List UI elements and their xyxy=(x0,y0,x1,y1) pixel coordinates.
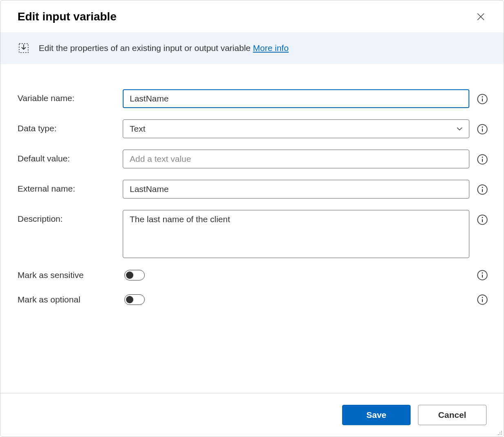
info-icon[interactable] xyxy=(477,154,488,165)
row-description: Description: xyxy=(18,210,488,258)
svg-point-26 xyxy=(500,433,500,433)
row-variable-name: Variable name: xyxy=(18,89,488,108)
info-icon[interactable] xyxy=(477,294,488,305)
svg-point-25 xyxy=(501,431,502,432)
row-external-name: External name: xyxy=(18,180,488,199)
form-area: Variable name: Data type: Text xyxy=(0,64,504,335)
info-icon[interactable] xyxy=(477,214,488,225)
toggle-mark-optional[interactable] xyxy=(124,294,145,305)
import-icon xyxy=(18,42,30,54)
row-mark-sensitive: Mark as sensitive xyxy=(18,269,488,281)
svg-point-30 xyxy=(501,434,502,435)
toggle-knob xyxy=(126,271,133,279)
svg-point-28 xyxy=(498,434,499,435)
cancel-button[interactable]: Cancel xyxy=(418,405,486,425)
label-data-type: Data type: xyxy=(18,119,115,133)
svg-point-5 xyxy=(482,96,483,97)
label-mark-sensitive: Mark as sensitive xyxy=(18,270,124,280)
banner-text: Edit the properties of an existing input… xyxy=(39,43,289,53)
svg-point-20 xyxy=(482,272,483,274)
svg-point-14 xyxy=(482,187,483,188)
input-external-name[interactable] xyxy=(123,180,469,199)
info-icon[interactable] xyxy=(477,184,488,195)
dialog-title: Edit input variable xyxy=(18,10,117,23)
svg-point-27 xyxy=(501,433,502,433)
info-icon[interactable] xyxy=(477,124,488,135)
dialog-footer: Save Cancel xyxy=(0,393,504,437)
info-banner: Edit the properties of an existing input… xyxy=(0,32,504,64)
toggle-mark-sensitive[interactable] xyxy=(124,270,145,280)
svg-point-29 xyxy=(500,434,500,435)
row-data-type: Data type: Text xyxy=(18,119,488,138)
input-default-value[interactable] xyxy=(123,150,469,168)
input-variable-name[interactable] xyxy=(123,89,469,108)
save-button[interactable]: Save xyxy=(342,405,411,425)
close-button[interactable] xyxy=(475,11,486,22)
more-info-link[interactable]: More info xyxy=(253,43,289,53)
row-default-value: Default value: xyxy=(18,150,488,168)
svg-point-11 xyxy=(482,157,483,158)
dialog-header: Edit input variable xyxy=(0,0,504,32)
select-data-type[interactable]: Text xyxy=(123,119,469,138)
toggle-knob xyxy=(126,296,133,303)
info-icon[interactable] xyxy=(477,269,488,281)
label-default-value: Default value: xyxy=(18,150,115,163)
label-mark-optional: Mark as optional xyxy=(18,295,124,305)
label-variable-name: Variable name: xyxy=(18,89,115,103)
input-description[interactable] xyxy=(123,210,469,258)
svg-point-17 xyxy=(482,217,483,218)
resize-grip-icon[interactable] xyxy=(496,429,503,436)
label-external-name: External name: xyxy=(18,180,115,194)
svg-point-8 xyxy=(482,126,483,128)
info-icon[interactable] xyxy=(477,93,488,105)
row-mark-optional: Mark as optional xyxy=(18,294,488,305)
close-icon xyxy=(477,13,485,21)
svg-point-23 xyxy=(482,297,483,298)
label-description: Description: xyxy=(18,210,115,224)
